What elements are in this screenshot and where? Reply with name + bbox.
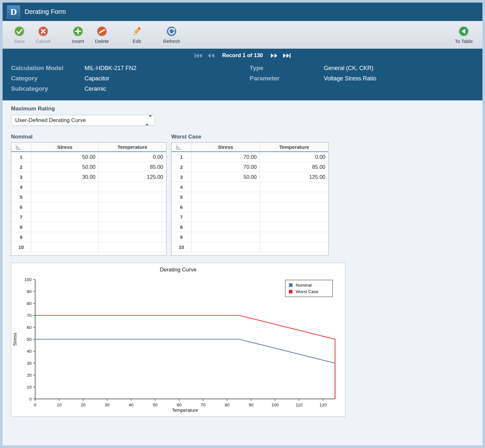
temperature-cell[interactable] — [260, 192, 328, 202]
category-value: Capacitor — [84, 73, 109, 84]
temperature-cell[interactable] — [99, 202, 166, 212]
temperature-cell[interactable] — [99, 192, 166, 202]
stress-cell[interactable] — [31, 212, 99, 222]
temperature-cell[interactable]: 0.00 — [260, 152, 328, 162]
table-row[interactable]: 170.000.00 — [172, 152, 328, 162]
stress-cell[interactable] — [31, 182, 99, 192]
stress-cell[interactable]: 70.00 — [192, 162, 260, 172]
to-table-button[interactable]: To Table — [455, 26, 473, 44]
select-all-corner[interactable] — [11, 143, 31, 151]
delete-button[interactable]: Delete — [94, 26, 110, 44]
table-row[interactable]: 150.000.00 — [11, 152, 166, 162]
previous-record-button[interactable] — [207, 53, 215, 58]
temperature-cell[interactable] — [99, 222, 166, 232]
temperature-cell[interactable]: 85.00 — [99, 162, 166, 172]
first-record-button[interactable] — [194, 53, 203, 58]
table-row[interactable]: 8 — [11, 222, 166, 232]
temperature-cell[interactable] — [260, 182, 328, 192]
column-header-temperature[interactable]: Temperature — [260, 143, 328, 151]
stress-cell[interactable]: 30.00 — [31, 172, 99, 182]
table-row[interactable]: 250.0085.00 — [11, 162, 166, 172]
stress-cell[interactable]: 70.00 — [192, 152, 260, 162]
temperature-cell[interactable] — [99, 182, 166, 192]
save-button[interactable]: Save — [11, 26, 28, 44]
table-row[interactable]: 5 — [11, 192, 166, 202]
cancel-x-icon — [38, 26, 49, 37]
stress-cell[interactable] — [192, 222, 260, 232]
worst-case-table-section: Worst Case StressTemperature170.000.0027… — [171, 134, 329, 256]
last-record-button[interactable] — [282, 53, 291, 58]
temperature-cell[interactable] — [260, 232, 328, 242]
stress-cell[interactable] — [192, 192, 260, 202]
chart-legend: NominalWorst Case — [285, 280, 333, 297]
delete-slash-icon — [96, 26, 107, 37]
stress-cell[interactable]: 50.00 — [31, 152, 99, 162]
temperature-cell[interactable] — [260, 222, 328, 232]
temperature-cell[interactable]: 125.00 — [260, 172, 328, 182]
table-row[interactable]: 7 — [11, 212, 166, 222]
temperature-cell[interactable]: 125.00 — [99, 172, 166, 182]
stress-cell[interactable] — [192, 212, 260, 222]
svg-text:0: 0 — [34, 402, 36, 407]
svg-text:90: 90 — [27, 289, 32, 294]
insert-plus-icon — [73, 26, 84, 37]
edit-button[interactable]: Edit — [128, 26, 145, 44]
table-row[interactable]: 6 — [172, 202, 328, 212]
table-row[interactable]: 10 — [172, 242, 328, 252]
temperature-cell[interactable] — [260, 242, 328, 252]
table-row[interactable]: 7 — [172, 212, 328, 222]
stress-cell[interactable] — [192, 232, 260, 242]
temperature-cell[interactable] — [99, 242, 166, 252]
temperature-cell[interactable]: 85.00 — [260, 162, 328, 172]
stress-cell[interactable]: 50.00 — [192, 172, 260, 182]
subcategory-label: Subcategory — [11, 84, 84, 94]
insert-button[interactable]: Insert — [70, 26, 86, 44]
row-number: 5 — [11, 192, 31, 202]
table-row[interactable]: 9 — [11, 232, 166, 242]
row-number: 10 — [11, 242, 31, 252]
stress-cell[interactable] — [192, 182, 260, 192]
legend-label: Nominal — [296, 283, 312, 288]
table-row[interactable]: 4 — [172, 182, 328, 192]
calculation-model-value: MIL-HDBK-217 FN2 — [84, 63, 136, 73]
select-all-corner[interactable] — [172, 143, 192, 151]
table-row[interactable]: 350.00125.00 — [172, 172, 328, 182]
stress-cell[interactable] — [192, 242, 260, 252]
table-row[interactable]: 5 — [172, 192, 328, 202]
column-header-temperature[interactable]: Temperature — [99, 143, 166, 151]
temperature-cell[interactable] — [99, 212, 166, 222]
svg-text:10: 10 — [27, 385, 32, 390]
table-row[interactable]: 10 — [11, 242, 166, 252]
stress-cell[interactable] — [192, 202, 260, 212]
row-number: 7 — [172, 212, 192, 222]
table-row[interactable]: 9 — [172, 232, 328, 242]
table-row[interactable]: 6 — [11, 202, 166, 212]
refresh-button[interactable]: Refresh — [163, 26, 180, 44]
column-header-stress[interactable]: Stress — [192, 143, 260, 151]
table-row[interactable]: 8 — [172, 222, 328, 232]
next-record-button[interactable] — [270, 53, 278, 58]
stress-cell[interactable] — [31, 222, 99, 232]
worst-case-table: StressTemperature170.000.00270.0085.0035… — [171, 142, 329, 256]
table-row[interactable]: 270.0085.00 — [172, 162, 328, 172]
table-row[interactable]: 4 — [11, 182, 166, 192]
stress-cell[interactable] — [31, 192, 99, 202]
maximum-rating-select[interactable]: User-Defined Derating Curve — [11, 115, 155, 126]
temperature-cell[interactable] — [260, 202, 328, 212]
chart-title: Derating Curve — [11, 267, 345, 273]
temperature-cell[interactable] — [260, 212, 328, 222]
svg-text:70: 70 — [201, 402, 205, 407]
column-header-stress[interactable]: Stress — [31, 143, 99, 151]
stress-cell[interactable] — [31, 202, 99, 212]
cancel-button[interactable]: Cancel — [35, 26, 52, 44]
temperature-cell[interactable]: 0.00 — [99, 152, 166, 162]
app-logo-icon: D — [7, 5, 20, 18]
stress-cell[interactable]: 50.00 — [31, 162, 99, 172]
maximum-rating-selected-value: User-Defined Derating Curve — [15, 117, 86, 124]
stress-cell[interactable] — [31, 232, 99, 242]
row-number: 2 — [172, 162, 192, 172]
table-row[interactable]: 330.00125.00 — [11, 172, 166, 182]
temperature-cell[interactable] — [99, 232, 166, 242]
stress-cell[interactable] — [31, 242, 99, 252]
subcategory-field: Subcategory Ceramic — [11, 84, 250, 94]
